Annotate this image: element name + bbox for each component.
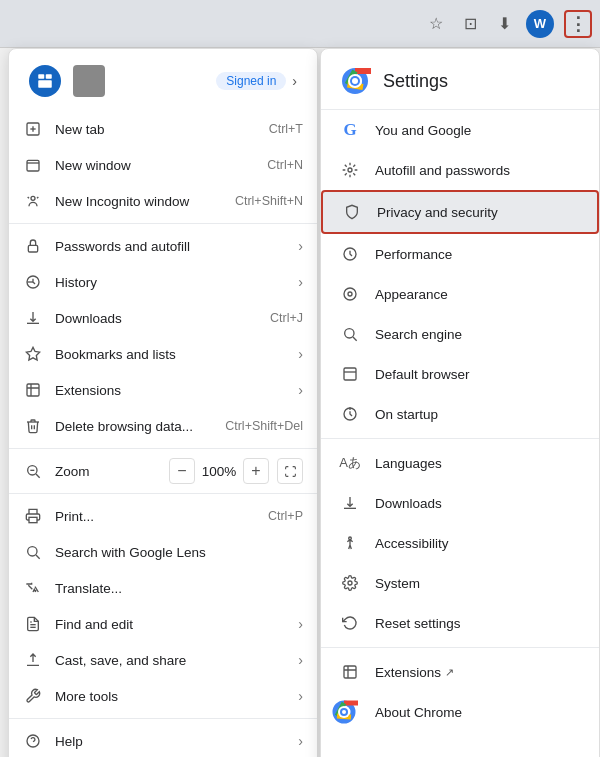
more-tools-label: More tools [55, 689, 294, 704]
menu-item-more-tools[interactable]: More tools › [9, 678, 317, 714]
about-chrome-label: About Chrome [375, 705, 462, 720]
download-toolbar-icon[interactable]: ⬇ [492, 12, 516, 36]
menu-item-translate[interactable]: Translate... [9, 570, 317, 606]
accessibility-icon [339, 532, 361, 554]
menu-item-cast-save[interactable]: Cast, save, and share › [9, 642, 317, 678]
settings-item-performance[interactable]: Performance [321, 234, 599, 274]
zoom-value: 100% [199, 464, 239, 479]
menu-section-tools: Print... Ctrl+P Search with Google Lens … [9, 494, 317, 719]
menu-section-zoom: Zoom − 100% + [9, 449, 317, 494]
downloads-r-label: Downloads [375, 496, 442, 511]
default-browser-label: Default browser [375, 367, 470, 382]
svg-line-17 [36, 555, 40, 559]
on-startup-icon [339, 403, 361, 425]
zoom-plus-button[interactable]: + [243, 458, 269, 484]
svg-rect-6 [27, 160, 39, 171]
svg-point-29 [348, 168, 352, 172]
privacy-label: Privacy and security [377, 205, 498, 220]
autofill-label: Autofill and passwords [375, 163, 510, 178]
menu-item-extensions[interactable]: Extensions › [9, 372, 317, 408]
search-engine-label: Search engine [375, 327, 462, 342]
settings-panel: Settings G You and Google Autofill and p… [320, 48, 600, 757]
settings-title: Settings [383, 71, 448, 92]
menu-section-new: New tab Ctrl+T New window Ctrl+N New Inc… [9, 107, 317, 224]
profile-avatar[interactable]: W [526, 10, 554, 38]
menu-item-find-edit[interactable]: Find and edit › [9, 606, 317, 642]
settings-item-on-startup[interactable]: On startup [321, 394, 599, 434]
menu-item-downloads[interactable]: Downloads Ctrl+J [9, 300, 317, 336]
translate-label: Translate... [55, 581, 303, 596]
more-options-button[interactable]: ⋮ [564, 10, 592, 38]
menu-item-history[interactable]: History › [9, 264, 317, 300]
dropdown-container: Signed in › New tab Ctrl+T New window Ct… [8, 48, 600, 757]
settings-item-privacy[interactable]: Privacy and security [321, 190, 599, 234]
signin-arrow: › [292, 73, 297, 89]
chrome-menu: Signed in › New tab Ctrl+T New window Ct… [8, 48, 318, 757]
performance-label: Performance [375, 247, 452, 262]
settings-item-you-google[interactable]: G You and Google [321, 110, 599, 150]
on-startup-label: On startup [375, 407, 438, 422]
settings-item-languages[interactable]: Aあ Languages [321, 443, 599, 483]
extensions-arrow: › [298, 382, 303, 398]
passwords-arrow: › [298, 238, 303, 254]
settings-item-downloads-r[interactable]: Downloads [321, 483, 599, 523]
settings-item-about-chrome[interactable]: About Chrome [321, 692, 599, 732]
menu-item-new-tab[interactable]: New tab Ctrl+T [9, 111, 317, 147]
menu-item-help[interactable]: Help › [9, 723, 317, 757]
svg-rect-35 [344, 368, 356, 380]
settings-divider-1 [321, 438, 599, 439]
zoom-row: Zoom − 100% + [9, 453, 317, 489]
help-arrow: › [298, 733, 303, 749]
bookmark-icon[interactable]: ☆ [424, 12, 448, 36]
system-icon [339, 572, 361, 594]
delete-browsing-icon [23, 416, 43, 436]
menu-item-print[interactable]: Print... Ctrl+P [9, 498, 317, 534]
downloads-shortcut: Ctrl+J [270, 311, 303, 325]
menu-item-new-window[interactable]: New window Ctrl+N [9, 147, 317, 183]
new-window-shortcut: Ctrl+N [267, 158, 303, 172]
menu-item-new-incognito[interactable]: New Incognito window Ctrl+Shift+N [9, 183, 317, 219]
settings-item-autofill[interactable]: Autofill and passwords [321, 150, 599, 190]
zoom-controls: − 100% + [169, 458, 303, 484]
incognito-icon [23, 191, 43, 211]
svg-rect-0 [38, 74, 44, 79]
svg-point-31 [344, 288, 356, 300]
reset-icon [339, 612, 361, 634]
menu-section-browser: Passwords and autofill › History › Downl… [9, 224, 317, 449]
svg-marker-11 [26, 347, 39, 360]
history-icon [23, 272, 43, 292]
menu-item-delete-browsing[interactable]: Delete browsing data... Ctrl+Shift+Del [9, 408, 317, 444]
default-browser-icon [339, 363, 361, 385]
menu-item-passwords[interactable]: Passwords and autofill › [9, 228, 317, 264]
chrome-logo-icon [339, 65, 371, 97]
translate-icon [23, 578, 43, 598]
tab-groups-icon[interactable]: ⊡ [458, 12, 482, 36]
bookmarks-arrow: › [298, 346, 303, 362]
settings-item-accessibility[interactable]: Accessibility [321, 523, 599, 563]
zoom-minus-button[interactable]: − [169, 458, 195, 484]
performance-icon [339, 243, 361, 265]
extensions-r-label: Extensions [375, 665, 441, 680]
accessibility-label: Accessibility [375, 536, 449, 551]
languages-label: Languages [375, 456, 442, 471]
print-shortcut: Ctrl+P [268, 509, 303, 523]
menu-item-search-lens[interactable]: Search with Google Lens [9, 534, 317, 570]
languages-icon: Aあ [339, 452, 361, 474]
settings-item-system[interactable]: System [321, 563, 599, 603]
settings-item-appearance[interactable]: Appearance [321, 274, 599, 314]
svg-line-34 [353, 337, 357, 341]
browser-toolbar: ☆ ⊡ ⬇ W ⋮ [0, 0, 600, 48]
find-edit-label: Find and edit [55, 617, 294, 632]
signed-in-row[interactable]: Signed in › [15, 57, 311, 105]
menu-item-bookmarks[interactable]: Bookmarks and lists › [9, 336, 317, 372]
privacy-icon [341, 201, 363, 223]
downloads-label: Downloads [55, 311, 262, 326]
zoom-fullscreen-button[interactable] [277, 458, 303, 484]
help-label: Help [55, 734, 294, 749]
settings-item-extensions-r[interactable]: Extensions ↗ [321, 652, 599, 692]
settings-item-reset[interactable]: Reset settings [321, 603, 599, 643]
settings-item-search-engine[interactable]: Search engine [321, 314, 599, 354]
appearance-label: Appearance [375, 287, 448, 302]
settings-item-default-browser[interactable]: Default browser [321, 354, 599, 394]
downloads-icon [23, 308, 43, 328]
